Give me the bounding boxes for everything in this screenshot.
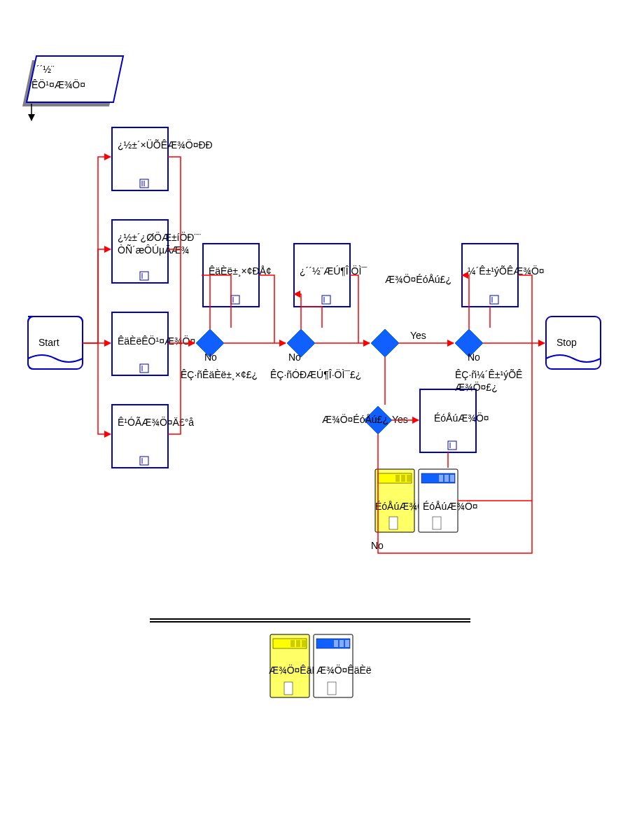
d3-qa: ÊÇ·ñ¼´Ê±¹ýÕÊ	[455, 369, 522, 380]
dmid-yes: Yes	[410, 330, 426, 341]
svg-rect-44	[290, 640, 295, 647]
svg-rect-10	[140, 364, 148, 373]
process-p1: ¿½±´×ÜÕÊÆ¾Ö¤ÐÐ	[112, 127, 213, 190]
svg-rect-36	[444, 475, 449, 482]
p3-label: ÊäÈëÊÖ¹¤Æ¾Ö¤	[118, 335, 195, 347]
process-p3: ÊäÈëÊÖ¹¤Æ¾Ö¤	[112, 312, 195, 375]
svg-rect-13	[140, 457, 148, 465]
p9-label: ÉóÅúÆ¾Ö¤	[434, 412, 489, 424]
svg-rect-53	[328, 682, 336, 695]
d3-no: No	[468, 352, 480, 363]
svg-rect-22	[490, 296, 498, 304]
p1-label: ¿½±´×ÜÕÊÆ¾Ö¤ÐÐ	[118, 139, 213, 151]
d4-no: No	[371, 540, 384, 551]
legend: Æ¾Ö¤ÊäÈë Æ¾Ö¤ÊäÈë	[150, 619, 470, 697]
svg-rect-51	[340, 640, 344, 647]
process-p4: Ê¹ÓÃÆ¾Ö¤Ä£°å	[112, 405, 194, 468]
svg-rect-29	[396, 475, 400, 482]
p7-label: Æ¾Ö¤ÉóÅú£¿	[385, 273, 451, 285]
svg-rect-25	[448, 441, 456, 450]
svg-rect-45	[296, 640, 300, 647]
d3-qb: Æ¾Ö¤£¿	[455, 381, 498, 393]
svg-rect-52	[345, 640, 349, 647]
d2-q: ÊÇ·ñÓÐÆÚ¶Î·ÖÌ¯£¿	[270, 368, 361, 380]
start-block: Start	[28, 317, 83, 369]
title-line2: ÊÖ¹¤Æ¾Ö¤	[31, 78, 85, 90]
svg-rect-46	[302, 640, 306, 647]
svg-rect-7	[140, 272, 148, 280]
d4-q: Æ¾Ö¤ÉóÅú£¿	[322, 413, 388, 425]
start-label: Start	[38, 337, 59, 348]
decision-d2: No ÊÇ·ñÓÐÆÚ¶Î·ÖÌ¯£¿	[270, 329, 361, 380]
d2-no: No	[288, 352, 301, 363]
process-p2: ¿½±´¿ØÖÆ±íÖÐ¨¨ ÒÑ´æÔÚµÄÆ¾	[112, 220, 201, 283]
p4-label: Ê¹ÓÃÆ¾Ö¤Ä£°å	[118, 416, 194, 428]
d4-yes: Yes	[392, 414, 408, 425]
title-line1: ´´½¨	[36, 64, 55, 75]
svg-rect-49	[316, 639, 350, 648]
svg-rect-31	[407, 475, 411, 482]
svg-rect-30	[401, 475, 405, 482]
stop-block: Stop	[546, 317, 601, 369]
p2b-label: ÒÑ´æÔÚµÄÆ¾	[118, 244, 190, 256]
svg-rect-19	[322, 296, 330, 304]
svg-rect-34	[421, 473, 455, 483]
svg-rect-43	[273, 639, 307, 648]
svg-rect-16	[231, 296, 239, 304]
p11-label: ÉóÅúÆ¾Ö¤	[423, 500, 478, 512]
p8-label: ¼´Ê±¹ýÕÊÆ¾Ö¤	[468, 265, 545, 277]
decision-d3: No ÊÇ·ñ¼´Ê±¹ýÕÊ Æ¾Ö¤£¿	[455, 329, 522, 393]
svg-rect-32	[389, 517, 398, 529]
svg-rect-50	[334, 640, 338, 647]
legend-right-label: Æ¾Ö¤ÊäÈë	[316, 664, 372, 676]
stop-label: Stop	[556, 337, 577, 348]
process-p9: ÉóÅúÆ¾Ö¤	[420, 389, 489, 452]
d1-no: No	[204, 352, 217, 363]
svg-rect-35	[439, 475, 443, 482]
svg-rect-37	[450, 475, 454, 482]
title-card: ´´½¨ ÊÖ¹¤Æ¾Ö¤	[22, 56, 123, 120]
svg-rect-38	[433, 517, 441, 529]
svg-rect-47	[284, 682, 293, 695]
p2a-label: ¿½±´¿ØÖÆ±íÖÐ¨¨	[118, 231, 201, 243]
svg-rect-28	[378, 473, 412, 483]
decision-d-mid: Yes Æ¾Ö¤ÉóÅú£¿	[371, 273, 451, 357]
d1-q: ÊÇ·ñÊäÈë±¸×¢£¿	[181, 369, 258, 380]
